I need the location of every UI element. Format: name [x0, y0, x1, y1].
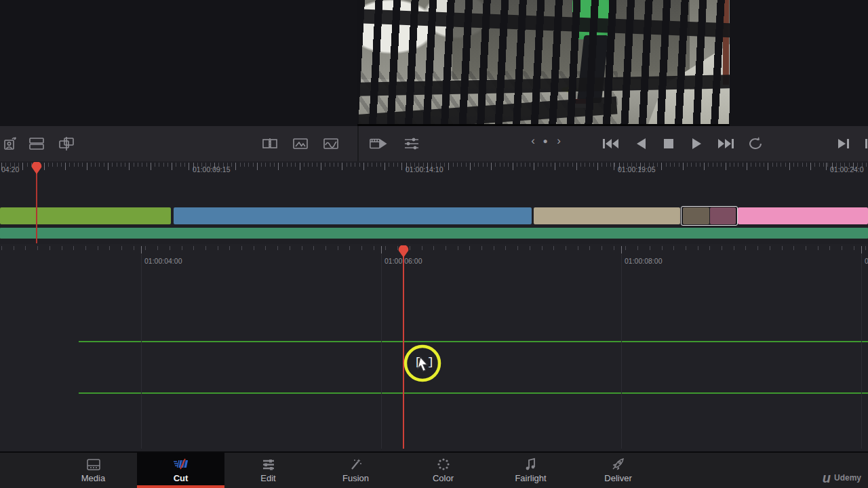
ruler-tick [368, 163, 368, 167]
ruler-tick [112, 163, 113, 167]
jog-back-icon[interactable]: ‹ [526, 134, 540, 148]
ruler-tick [98, 246, 98, 250]
ruler-tick [338, 163, 338, 167]
ruler-tick [806, 163, 807, 167]
mini-timeline-ruler[interactable]: 04:2001:00:09:1501:00:14:1001:00:19:0501… [0, 163, 868, 178]
skip-to-end-icon[interactable] [717, 134, 736, 153]
ruler-tick [614, 163, 615, 167]
mini-timeline[interactable]: 04:2001:00:09:1501:00:14:1001:00:19:0501… [0, 161, 868, 244]
ruler-tick [483, 163, 484, 167]
timeline-playhead-line[interactable] [403, 253, 404, 449]
ruler-tick [757, 246, 758, 250]
timeline-ruler[interactable]: 01:00:04:0001:00:06:0001:00:08:0001 [0, 246, 868, 266]
tab-color[interactable]: Color [399, 453, 487, 488]
play-reverse-icon[interactable] [631, 134, 650, 153]
mini-playhead-line[interactable] [36, 171, 37, 243]
loop-icon[interactable] [746, 134, 765, 153]
ruler-tick [389, 163, 389, 167]
ruler-tick [457, 163, 458, 167]
color-icon [437, 458, 450, 471]
transition-icon[interactable] [260, 134, 279, 153]
video-track-bottom-line [79, 392, 868, 394]
ruler-tick [686, 246, 686, 250]
timeline-area[interactable]: 01:00:04:0001:00:06:0001:00:08:0001 [0, 244, 868, 451]
skip-to-start-icon[interactable] [601, 134, 620, 153]
append-clip-icon[interactable] [27, 134, 46, 153]
ruler-tick [241, 246, 242, 250]
source-tape-icon[interactable] [369, 134, 388, 153]
ruler-tick [397, 163, 398, 167]
ruler-tick [743, 163, 743, 167]
ruler-tick [530, 163, 530, 167]
ruler-tick [422, 246, 422, 250]
ruler-tick [104, 163, 104, 167]
ruler-tick [282, 163, 283, 167]
ruler-tick [823, 163, 824, 167]
mini-playhead-pin[interactable] [31, 162, 42, 174]
mini-timeline-clip[interactable] [738, 207, 868, 224]
ruler-tick [14, 246, 14, 250]
mini-timeline-clip[interactable] [174, 207, 532, 224]
tab-media[interactable]: Media [50, 453, 137, 488]
title-icon[interactable] [291, 134, 310, 153]
ruler-tick [797, 163, 798, 167]
ruler-tick [108, 163, 108, 170]
ruler-tick [253, 163, 254, 167]
ruler-tick [721, 163, 722, 167]
ruler-tick [637, 246, 638, 250]
viewer-preview[interactable] [357, 0, 730, 126]
effects-icon[interactable] [321, 134, 340, 153]
ruler-tick [474, 163, 475, 167]
tab-cut[interactable]: Cut [137, 453, 224, 488]
ruler-tick [338, 246, 338, 250]
jog-forward-icon[interactable]: › [552, 134, 566, 148]
ruler-tick [606, 163, 607, 167]
ruler-tick [865, 246, 866, 250]
ruler-tick [308, 163, 309, 167]
ruler-tick [313, 246, 314, 250]
video-track-top-line [79, 341, 868, 342]
ruler-tick [568, 163, 568, 167]
tab-deliver[interactable]: Deliver [574, 453, 662, 488]
play-icon[interactable] [688, 134, 707, 153]
place-on-top-icon[interactable] [57, 134, 76, 153]
ruler-tick [691, 163, 692, 167]
play-to-last-frame-icon[interactable] [834, 134, 853, 153]
ruler-tick [829, 246, 830, 250]
ruler-tick [589, 246, 590, 250]
jog-dot-icon[interactable]: ● [538, 134, 552, 146]
tab-edit[interactable]: Edit [224, 453, 312, 488]
ruler-tick [776, 163, 777, 167]
tab-fairlight[interactable]: Fairlight [487, 453, 574, 488]
ruler-tick [666, 163, 667, 167]
timecode-label: 04:20 [1, 165, 19, 174]
ruler-tick [302, 246, 302, 250]
ruler-major-tick [189, 163, 189, 170]
tab-fusion[interactable]: Fusion [312, 453, 399, 488]
ruler-tick [469, 246, 470, 250]
udemy-watermark: u Udemy [823, 473, 861, 483]
ruler-tick [151, 163, 151, 170]
ruler-tick [61, 163, 62, 167]
ruler-tick [738, 163, 738, 167]
ruler-tick [593, 163, 594, 167]
ruler-tick [734, 246, 734, 250]
timeline-options-icon[interactable] [402, 134, 421, 153]
ruler-tick [495, 163, 496, 167]
ruler-tick [770, 246, 770, 250]
ruler-tick [74, 163, 75, 167]
timeline-playhead-pin[interactable] [398, 245, 409, 258]
ruler-tick [184, 163, 185, 167]
ruler-tick [334, 163, 334, 167]
ruler-tick [745, 246, 746, 250]
ruler-tick [254, 246, 254, 250]
ruler-tick [755, 163, 756, 167]
ruler-tick [819, 163, 820, 167]
timeline-gridline [381, 253, 382, 449]
ruler-tick [349, 246, 350, 250]
mini-timeline-clip[interactable] [0, 207, 171, 224]
ruler-tick [351, 163, 351, 167]
smart-insert-icon[interactable] [1, 134, 20, 153]
mini-timeline-clip[interactable] [534, 207, 680, 224]
stop-icon[interactable] [659, 134, 678, 153]
